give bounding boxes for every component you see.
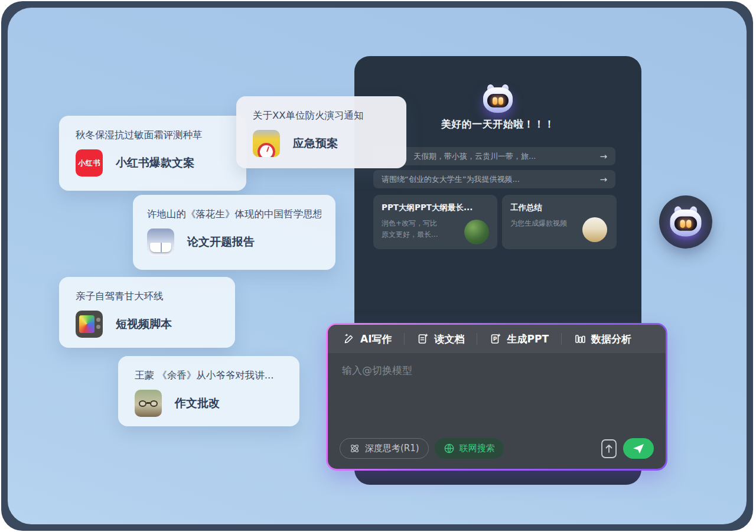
tab-label: 生成PPT: [507, 332, 549, 346]
panel-card-ppt-outline[interactable]: PPT大纲PPT大纲最长... 润色+改写，写比 原文更好，最长...: [373, 195, 497, 249]
scenario-label: 短视频脚本: [116, 316, 172, 332]
scenario-card-essay-correction[interactable]: 王蒙 《余香》从小爷爷对我讲... 作文批改: [118, 356, 299, 426]
deep-think-button[interactable]: 深度思考(R1): [340, 438, 429, 459]
pencil-sparkle-icon: [343, 333, 355, 345]
assistant-fab-button[interactable]: [659, 195, 712, 249]
arrow-right-icon[interactable]: →: [599, 174, 607, 185]
tab-data-analysis[interactable]: 数据分析: [562, 325, 644, 353]
tab-label: AI写作: [360, 332, 392, 346]
tab-label: 读文档: [434, 332, 464, 346]
suggestion-list: 天假期，带小孩，云贵川一带，旅... → 请围绕“创业的女大学生”为我提供视频.…: [373, 147, 615, 188]
avatar: [464, 220, 489, 244]
svg-text:P: P: [493, 336, 497, 342]
composer: AI写作 读文档 P 生成PPT: [326, 323, 667, 471]
upload-file-button[interactable]: [601, 439, 617, 459]
input-area: [328, 353, 666, 438]
deep-think-label: 深度思考(R1): [365, 443, 419, 454]
composer-controls: 深度思考(R1) 联网搜索: [328, 438, 666, 469]
composer-toolbar: AI写作 读文档 P 生成PPT: [328, 325, 666, 353]
tab-read-document[interactable]: 读文档: [405, 325, 477, 353]
web-search-button[interactable]: 联网搜索: [435, 438, 504, 459]
scenario-card-emergency-plan[interactable]: 关于XX单位防火演习通知 应急预案: [236, 96, 406, 168]
avatar: [582, 217, 607, 242]
tab-generate-ppt[interactable]: P 生成PPT: [477, 325, 561, 353]
robot-mascot-icon: [670, 208, 702, 237]
document-p-icon: P: [490, 333, 501, 345]
panel-card-work-summary[interactable]: 工作总结 为您生成爆款视频: [502, 195, 617, 249]
fire-alarm-icon: [253, 130, 280, 157]
scenario-title: 秋冬保湿抗过敏面霜评测种草: [76, 129, 230, 142]
xiaohongshu-icon: 小红书: [76, 149, 103, 177]
web-search-label: 联网搜索: [460, 443, 495, 454]
send-plane-icon: [633, 443, 644, 454]
send-button[interactable]: [623, 438, 654, 459]
suggestion-row[interactable]: 天假期，带小孩，云贵川一带，旅... →: [373, 147, 615, 165]
prompt-input[interactable]: [342, 364, 651, 438]
scenario-card-short-video-script[interactable]: 亲子自驾青甘大环线 短视频脚本: [59, 277, 235, 348]
scenario-title: 王蒙 《余香》从小爷爷对我讲...: [135, 369, 283, 382]
arrow-right-icon[interactable]: →: [599, 151, 607, 162]
upload-file-icon: [601, 439, 617, 459]
robot-mascot-icon: [483, 86, 513, 113]
panel-card-row: PPT大纲PPT大纲最长... 润色+改写，写比 原文更好，最长... 工作总结…: [373, 195, 617, 249]
document-plus-icon: [417, 333, 429, 345]
suggestion-text: 请围绕“创业的女大学生”为我提供视频...: [382, 174, 595, 185]
suggestion-row[interactable]: 请围绕“创业的女大学生”为我提供视频... →: [373, 170, 615, 188]
atom-icon: [349, 443, 360, 454]
scenario-title: 许地山的《落花生》体现的中国哲学思想: [147, 208, 321, 221]
glasses-icon: [135, 390, 162, 417]
tab-label: 数据分析: [591, 332, 631, 346]
panel-card-title: 工作总结: [510, 203, 608, 213]
suggestion-text: 天假期，带小孩，云贵川一带，旅...: [413, 151, 595, 162]
scenario-card-thesis-proposal[interactable]: 许地山的《落花生》体现的中国哲学思想 论文开题报告: [133, 195, 335, 270]
tab-ai-writing[interactable]: AI写作: [343, 325, 404, 353]
bar-chart-icon: [574, 333, 586, 345]
retro-tv-icon: [76, 311, 103, 338]
scenario-label: 应急预案: [293, 136, 338, 151]
scenario-card-xiaohongshu[interactable]: 秋冬保湿抗过敏面霜评测种草 小红书 小红书爆款文案: [59, 116, 246, 191]
scenario-title: 亲子自驾青甘大环线: [76, 290, 219, 303]
scenario-label: 作文批改: [175, 396, 220, 411]
open-book-icon: [147, 229, 174, 256]
globe-icon: [444, 443, 455, 454]
app-window: 美好的一天开始啦！！！ 天假期，带小孩，云贵川一带，旅... → 请围绕“创业的…: [0, 0, 756, 532]
scenario-label: 论文开题报告: [187, 234, 255, 250]
scenario-title: 关于XX单位防火演习通知: [253, 109, 390, 122]
scenario-label: 小红书爆款文案: [116, 155, 194, 171]
panel-card-title: PPT大纲PPT大纲最长...: [382, 203, 489, 213]
